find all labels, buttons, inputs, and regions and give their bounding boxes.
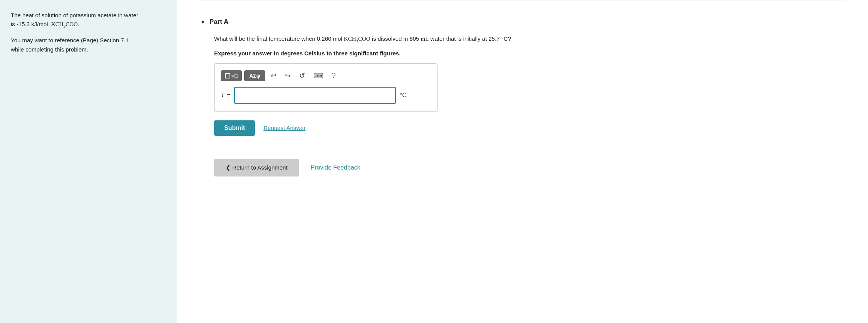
request-answer-button[interactable]: Request Answer <box>263 125 305 131</box>
sidebar: The heat of solution of potassium acetat… <box>0 0 177 323</box>
part-title: Part A <box>209 18 228 26</box>
matrix-icon <box>225 73 230 78</box>
question-text: What will be the final temperature when … <box>214 34 845 45</box>
redo-button[interactable]: ↪ <box>282 70 294 82</box>
provide-feedback-button[interactable]: Provide Feedback <box>311 164 360 171</box>
submit-button[interactable]: Submit <box>214 120 255 136</box>
actions-row: Submit Request Answer <box>214 120 845 136</box>
t-equals-label: T = <box>221 92 230 99</box>
sidebar-reference: You may want to reference (Page) Section… <box>11 36 166 54</box>
main-content: ▼ Part A What will be the final temperat… <box>177 0 868 323</box>
footer-row: ❮ Return to Assignment Provide Feedback <box>214 159 845 176</box>
sqrt-icon: √□ <box>231 73 238 79</box>
help-button[interactable]: ? <box>329 70 339 81</box>
answer-box: √□ ΑΣφ ↩ ↪ ↺ ⌨ ? T = °C <box>214 63 437 112</box>
input-row: T = °C <box>221 87 431 104</box>
greek-symbols-button[interactable]: ΑΣφ <box>244 70 265 81</box>
part-chevron-icon[interactable]: ▼ <box>200 19 206 25</box>
part-a-header: ▼ Part A <box>200 18 845 26</box>
answer-toolbar: √□ ΑΣφ ↩ ↪ ↺ ⌨ ? <box>221 70 431 82</box>
unit-label: °C <box>400 92 407 99</box>
top-divider <box>200 0 845 0</box>
sidebar-text: The heat of solution of potassium acetat… <box>11 11 166 30</box>
undo-button[interactable]: ↩ <box>268 70 280 82</box>
keyboard-button[interactable]: ⌨ <box>310 70 327 82</box>
question-instruction: Express your answer in degrees Celsius t… <box>214 50 845 57</box>
return-to-assignment-button[interactable]: ❮ Return to Assignment <box>214 159 299 176</box>
math-input-button[interactable]: √□ <box>221 70 242 81</box>
compound-formula: KCH3COO <box>51 21 78 27</box>
temperature-input[interactable] <box>234 87 396 104</box>
refresh-button[interactable]: ↺ <box>296 70 308 82</box>
